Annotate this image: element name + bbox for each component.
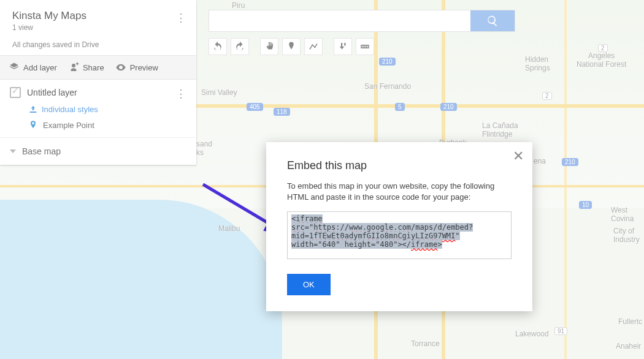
share-icon xyxy=(68,62,79,73)
layer-section: Untitled layer Individual styles Example… xyxy=(0,80,196,137)
measure-tool[interactable] xyxy=(356,38,374,55)
basemap-row[interactable]: Base map xyxy=(0,137,196,165)
individual-styles-link[interactable]: Individual styles xyxy=(28,104,186,114)
layers-icon xyxy=(9,62,20,73)
layer-checkbox-icon[interactable] xyxy=(10,87,21,98)
panel-toolbar: Add layer Share Preview xyxy=(0,55,196,80)
search-icon xyxy=(486,15,499,27)
ok-button[interactable]: OK xyxy=(287,274,331,295)
redo-button[interactable] xyxy=(231,38,249,55)
layer-name: Untitled layer xyxy=(27,88,77,97)
map-title[interactable]: Kinsta My Maps xyxy=(12,10,184,22)
marker-tool[interactable] xyxy=(282,38,301,55)
redo-icon xyxy=(234,41,245,52)
side-panel: Kinsta My Maps 1 view All changes saved … xyxy=(0,0,196,165)
search-box xyxy=(209,10,515,32)
close-button[interactable]: ✕ xyxy=(513,148,524,164)
preview-button[interactable]: Preview xyxy=(115,62,158,73)
share-label: Share xyxy=(83,63,104,72)
line-icon xyxy=(308,41,319,52)
place-pin-icon xyxy=(28,120,38,130)
directions-tool[interactable] xyxy=(334,38,352,55)
embed-modal: ✕ Embed this map To embed this map in yo… xyxy=(266,142,532,311)
chevron-down-icon xyxy=(10,149,16,153)
undo-icon xyxy=(212,41,223,52)
search-input[interactable] xyxy=(209,10,470,31)
pin-icon xyxy=(286,41,297,52)
hand-icon xyxy=(264,41,275,52)
panel-menu-icon[interactable]: ⋮ xyxy=(172,9,190,27)
eye-icon xyxy=(115,62,126,73)
modal-description: To embed this map in your own website, c… xyxy=(287,181,512,203)
directions-icon xyxy=(337,41,348,52)
layer-menu-icon[interactable]: ⋮ xyxy=(172,85,190,103)
modal-title: Embed this map xyxy=(287,159,512,172)
search-button[interactable] xyxy=(470,10,515,31)
add-layer-button[interactable]: Add layer xyxy=(9,62,57,73)
select-tool[interactable] xyxy=(260,38,278,55)
line-tool[interactable] xyxy=(304,38,323,55)
layer-row[interactable]: Untitled layer xyxy=(10,87,186,98)
add-layer-label: Add layer xyxy=(23,63,57,72)
close-icon: ✕ xyxy=(513,148,524,164)
share-button[interactable]: Share xyxy=(68,62,104,73)
preview-label: Preview xyxy=(130,63,158,72)
embed-code-textarea[interactable]: <iframe src="https://www.google.com/maps… xyxy=(287,211,512,259)
view-count: 1 view xyxy=(12,23,184,32)
layer-point[interactable]: Example Point xyxy=(28,120,186,130)
undo-button[interactable] xyxy=(209,38,227,55)
save-status: All changes saved in Drive xyxy=(12,40,184,49)
ruler-icon xyxy=(359,41,370,52)
style-icon xyxy=(28,104,38,114)
map-toolbar xyxy=(209,38,374,55)
